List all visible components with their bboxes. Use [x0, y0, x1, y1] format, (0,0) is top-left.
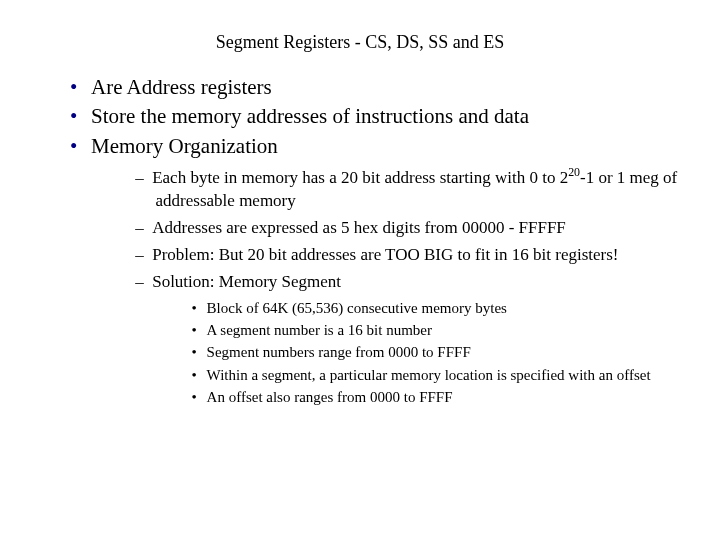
bullet-text: Store the memory addresses of instructio…	[91, 104, 529, 128]
sub-text: Solution: Memory Segment	[152, 272, 341, 291]
sub-item: Addresses are expressed as 5 hex digits …	[135, 217, 720, 240]
slide-title: Segment Registers - CS, DS, SS and ES	[0, 0, 720, 73]
sub-item: Problem: But 20 bit addresses are TOO BI…	[135, 244, 720, 267]
sub-text: Addresses are expressed as 5 hex digits …	[152, 218, 566, 237]
subsub-item: Segment numbers range from 0000 to FFFF	[192, 342, 720, 362]
subsub-item: Within a segment, a particular memory lo…	[192, 365, 720, 385]
bullet-item: Memory Organization Each byte in memory …	[70, 132, 720, 407]
top-list: Are Address registers Store the memory a…	[0, 73, 720, 407]
subsub-text: Within a segment, a particular memory lo…	[207, 367, 651, 383]
subsub-text: An offset also ranges from 0000 to FFFF	[207, 389, 453, 405]
subsub-text: Block of 64K (65,536) consecutive memory…	[207, 300, 507, 316]
sub-list: Each byte in memory has a 20 bit address…	[95, 167, 720, 407]
sub-text: Each byte in memory has a 20 bit address…	[152, 168, 568, 187]
bullet-item: Store the memory addresses of instructio…	[70, 102, 720, 131]
sub-item: Each byte in memory has a 20 bit address…	[135, 167, 720, 213]
subsub-item: A segment number is a 16 bit number	[192, 320, 720, 340]
subsub-list: Block of 64K (65,536) consecutive memory…	[156, 298, 720, 407]
bullet-text: Are Address registers	[91, 75, 272, 99]
bullet-item: Are Address registers	[70, 73, 720, 102]
superscript: 20	[568, 166, 580, 180]
subsub-text: Segment numbers range from 0000 to FFFF	[207, 344, 471, 360]
subsub-item: Block of 64K (65,536) consecutive memory…	[192, 298, 720, 318]
sub-item: Solution: Memory Segment Block of 64K (6…	[135, 271, 720, 407]
subsub-item: An offset also ranges from 0000 to FFFF	[192, 387, 720, 407]
bullet-text: Memory Organization	[91, 134, 278, 158]
slide: Segment Registers - CS, DS, SS and ES Ar…	[0, 0, 720, 540]
sub-text: Problem: But 20 bit addresses are TOO BI…	[152, 245, 618, 264]
subsub-text: A segment number is a 16 bit number	[207, 322, 432, 338]
